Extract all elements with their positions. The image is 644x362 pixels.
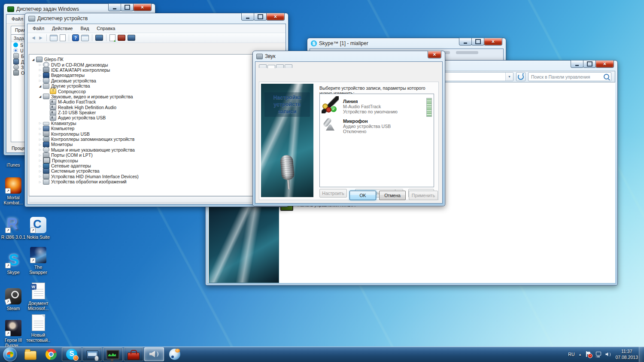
close-button[interactable]: ×	[484, 38, 502, 46]
taskbar-button[interactable]	[21, 347, 40, 361]
device-tree-row[interactable]: Мыши и иные указывающие устройства	[29, 147, 284, 152]
tree-expander-icon[interactable]	[38, 148, 43, 151]
close-button[interactable]: ×	[133, 3, 152, 11]
tree-expander-icon[interactable]	[38, 85, 43, 88]
desktop-icon[interactable]: Герои III Дыхан...	[1, 311, 26, 348]
minimize-button[interactable]	[108, 3, 121, 11]
tree-expander-icon[interactable]	[38, 68, 43, 71]
tree-expander-icon[interactable]	[38, 180, 43, 183]
show-desktop-button[interactable]	[639, 347, 644, 362]
update-driver-icon[interactable]	[109, 34, 115, 41]
search-input[interactable]	[530, 74, 602, 80]
device-tree-row[interactable]: Аудио устройства USB	[29, 115, 284, 120]
device-tree-row[interactable]: Сопроцессор	[29, 88, 284, 94]
desktop-icon[interactable]: Новый текстовый...	[26, 311, 51, 348]
tree-expander-icon[interactable]	[38, 63, 43, 66]
ok-button[interactable]: OK	[349, 191, 376, 200]
device-tree-row[interactable]: Контроллеры запоминающих устройств	[29, 137, 284, 142]
network-icon[interactable]	[595, 352, 601, 357]
taskbar-button[interactable]	[124, 347, 143, 361]
device-tree-row[interactable]: Сетевые адаптеры	[29, 163, 284, 168]
device-tree-row[interactable]: M-Audio FastTrack	[29, 99, 284, 104]
tree-expander-icon[interactable]	[38, 127, 43, 130]
tree-expander-icon[interactable]	[38, 132, 43, 135]
device-tree-row[interactable]: Порты (COM и LPT)	[29, 152, 284, 158]
clock[interactable]: 11:37 07.08.2013	[615, 348, 638, 360]
sound-dialog-tab[interactable]	[285, 64, 292, 68]
language-indicator[interactable]: RU	[568, 352, 574, 357]
device-tree-row[interactable]: Дисковые устройства	[29, 78, 284, 83]
scan-hardware-icon[interactable]	[95, 35, 103, 41]
device-tree-row[interactable]: Realtek High Definition Audio	[29, 105, 284, 110]
tree-expander-icon[interactable]	[38, 175, 43, 178]
tree-expander-icon[interactable]	[38, 170, 43, 173]
tree-expander-icon[interactable]	[31, 58, 36, 61]
taskbar-button[interactable]	[82, 347, 102, 361]
volume-icon[interactable]	[605, 352, 611, 357]
device-tree-row[interactable]: Gleps-ПК	[29, 57, 284, 62]
cancel-button[interactable]: Отмена	[379, 191, 406, 200]
device-tree-row[interactable]: Процессоры	[29, 158, 284, 163]
action-center-flag-icon[interactable]: ×	[585, 351, 591, 357]
tree-expander-icon[interactable]	[38, 164, 43, 167]
tree-expander-icon[interactable]	[38, 159, 43, 162]
hidden-icons-chevron-icon[interactable]: ▲	[579, 353, 582, 356]
menu-action[interactable]: Действие	[49, 25, 76, 32]
address-dropdown-icon[interactable]: ▼	[505, 73, 513, 81]
device-tree-row[interactable]: Компьютер	[29, 126, 284, 131]
apply-button[interactable]: Применить	[409, 191, 438, 200]
maximize-button[interactable]	[471, 38, 484, 46]
device-tree-row[interactable]: Мониторы	[29, 142, 284, 147]
desktop-icon[interactable]: Skype	[1, 240, 26, 275]
start-button[interactable]	[3, 347, 17, 362]
sound-dialog-tab[interactable]	[267, 65, 275, 68]
tree-expander-icon[interactable]	[38, 74, 43, 77]
tree-expander-icon[interactable]	[38, 154, 43, 157]
device-tree-row[interactable]: Звуковые, видео и игровые устройства	[29, 94, 284, 99]
desktop-icon[interactable]: Nokia Suite	[26, 205, 51, 240]
device-tree-row[interactable]: Устройства HID (Human Interface Devices)	[29, 174, 284, 179]
configure-button[interactable]: Настроить	[319, 189, 347, 198]
disable-device-icon[interactable]	[118, 35, 125, 41]
tree-expander-icon[interactable]	[38, 95, 43, 98]
desktop-icon[interactable]: Steam	[1, 275, 26, 311]
sound-dialog-tab[interactable]	[259, 64, 267, 68]
sound-dialog-tab[interactable]	[276, 64, 284, 68]
document-icon[interactable]	[60, 34, 66, 41]
maximize-button[interactable]	[121, 3, 134, 11]
menu-help[interactable]: Справка	[93, 25, 118, 32]
tree-expander-icon[interactable]	[38, 79, 43, 82]
taskbar-button[interactable]	[41, 347, 61, 361]
console-icon[interactable]	[50, 35, 58, 41]
forward-icon[interactable]: ►	[38, 35, 43, 40]
tree-expander-icon[interactable]	[38, 122, 43, 125]
recording-device-row[interactable]: Микрофон Аудио устройства USB Отключено	[322, 116, 432, 136]
device-tree-row[interactable]: Z-10 USB Speaker	[29, 110, 284, 115]
device-tree-row[interactable]: IDE ATA/ATAPI контроллеры	[29, 67, 284, 73]
device-tree-row[interactable]: Видеоадаптеры	[29, 73, 284, 78]
sound-dialog-titlebar[interactable]: Звук	[253, 51, 445, 61]
taskbar-button[interactable]	[144, 347, 164, 361]
menu-file[interactable]: Файл	[8, 15, 27, 22]
taskbar-button[interactable]	[103, 347, 123, 361]
panel-icon[interactable]	[81, 35, 89, 41]
device-tree-row[interactable]: DVD и CD-ROM дисководы	[29, 62, 284, 67]
close-button[interactable]: ×	[428, 51, 441, 58]
menu-file[interactable]: Файл	[29, 25, 48, 32]
close-button[interactable]: ×	[266, 13, 285, 21]
tree-expander-icon[interactable]	[38, 143, 43, 146]
help-icon[interactable]: ?	[72, 34, 79, 41]
desktop-icon[interactable]: Документ Microsof...	[26, 275, 51, 311]
taskbar-button[interactable]	[165, 347, 185, 361]
search-icon[interactable]	[604, 74, 609, 79]
minimize-button[interactable]	[571, 60, 583, 68]
maximize-button[interactable]	[254, 13, 267, 21]
minimize-button[interactable]	[459, 38, 472, 46]
menu-view[interactable]: Вид	[77, 25, 92, 32]
device-tree-row[interactable]: Контроллеры USB	[29, 131, 284, 136]
desktop-icon[interactable]: Mortal Kombat...	[1, 167, 26, 205]
maximize-button[interactable]	[583, 60, 596, 68]
back-icon[interactable]: ◄	[31, 35, 36, 40]
device-tree-row[interactable]: Устройства обработки изображений	[29, 179, 284, 184]
device-tree-row[interactable]: Системные устройства	[29, 168, 284, 173]
